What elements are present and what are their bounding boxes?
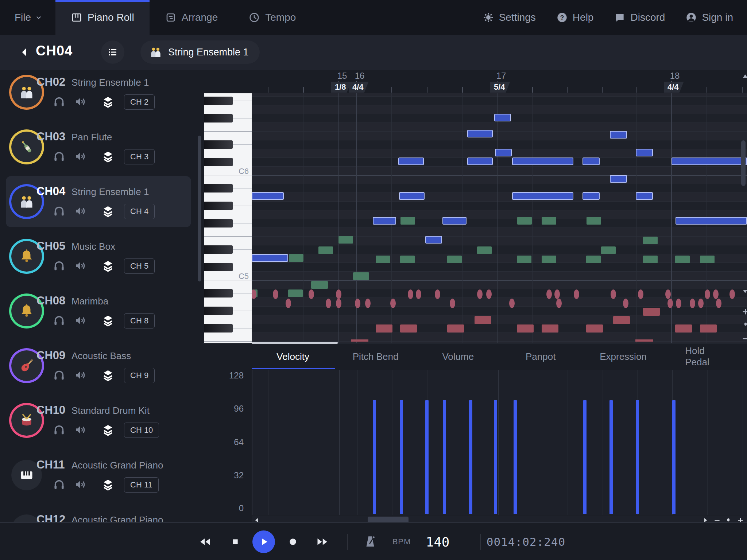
play-button[interactable]: [252, 523, 275, 560]
drum-hit-dot[interactable]: [286, 299, 291, 308]
channel-badge[interactable]: CH 9: [124, 368, 155, 383]
drum-hit-dot[interactable]: [698, 299, 704, 308]
midi-note-selected-track[interactable]: [610, 131, 627, 139]
channel-badge[interactable]: CH 8: [124, 313, 155, 328]
velocity-bar[interactable]: [514, 400, 517, 514]
track-item-ch08[interactable]: CH08MarimbaCH 8: [0, 286, 197, 336]
piano-key-black[interactable]: [204, 307, 233, 315]
velocity-bar[interactable]: [609, 400, 613, 514]
back-button[interactable]: [18, 46, 31, 58]
zoom-reset-vertical-icon[interactable]: [742, 321, 747, 327]
drum-hit-dot[interactable]: [435, 289, 440, 299]
track-item-ch09[interactable]: CH09Acoustic BassCH 9: [0, 341, 197, 390]
midi-note-green[interactable]: [353, 272, 369, 280]
piano-key-black[interactable]: [204, 202, 233, 210]
settings-button[interactable]: Settings: [483, 0, 536, 35]
speaker-icon[interactable]: [74, 423, 87, 436]
speaker-icon[interactable]: [74, 205, 87, 218]
roll-horizontal-scroll-thumb[interactable]: [252, 342, 338, 344]
time-signature-badge[interactable]: 5/4: [490, 82, 510, 93]
layers-icon[interactable]: [101, 259, 115, 272]
drum-hit-dot[interactable]: [309, 289, 314, 299]
midi-note-selected-track[interactable]: [425, 236, 442, 244]
midi-note-green[interactable]: [643, 237, 658, 244]
drum-hit-dot[interactable]: [390, 299, 396, 308]
midi-note-green[interactable]: [517, 217, 532, 225]
velocity-bar[interactable]: [425, 400, 429, 514]
midi-note-green[interactable]: [517, 256, 531, 263]
drum-hit-dot[interactable]: [450, 299, 455, 308]
midi-note-green[interactable]: [700, 256, 715, 263]
speaker-icon[interactable]: [74, 150, 87, 163]
speaker-icon[interactable]: [74, 259, 87, 272]
roll-vertical-scrollbar[interactable]: [741, 140, 746, 186]
velocity-bar[interactable]: [494, 400, 497, 514]
piano-key-black[interactable]: [204, 219, 233, 228]
controller-tab-hold-pedal[interactable]: Hold Pedal: [685, 348, 726, 365]
controller-tab-pitch-bend[interactable]: Pitch Bend: [353, 348, 399, 365]
metronome-button[interactable]: [363, 523, 378, 560]
midi-note-green[interactable]: [338, 236, 353, 244]
midi-note-selected-track[interactable]: [512, 192, 573, 200]
layers-icon[interactable]: [101, 95, 115, 108]
midi-note-selected-track[interactable]: [636, 192, 653, 200]
layers-icon[interactable]: [101, 314, 115, 327]
speaker-icon[interactable]: [74, 478, 87, 491]
drum-hit-dot[interactable]: [336, 289, 341, 299]
drum-hit-dot[interactable]: [554, 289, 560, 299]
midi-note-green[interactable]: [477, 246, 492, 254]
headphones-icon[interactable]: [53, 259, 66, 272]
scroll-down-icon[interactable]: [741, 287, 747, 295]
midi-note-selected-track[interactable]: [398, 158, 424, 165]
rewind-button[interactable]: [198, 523, 212, 560]
midi-note-green[interactable]: [289, 254, 303, 262]
velocity-bar[interactable]: [636, 400, 639, 514]
controller-tab-volume[interactable]: Volume: [442, 348, 474, 365]
drum-note[interactable]: [643, 308, 660, 316]
time-signature-badge[interactable]: 1/8: [331, 82, 351, 93]
drum-hit-dot[interactable]: [273, 289, 278, 299]
midi-note-green[interactable]: [675, 256, 690, 263]
speaker-icon[interactable]: [74, 369, 87, 382]
track-list-button[interactable]: [101, 40, 124, 64]
piano-key-black[interactable]: [204, 289, 233, 298]
track-item-ch04[interactable]: CH04String Ensemble 1CH 4: [0, 177, 197, 226]
midi-note-green[interactable]: [288, 289, 303, 297]
piano-key-black[interactable]: [204, 263, 233, 271]
velocity-bar[interactable]: [469, 400, 472, 514]
drum-hit-dot[interactable]: [623, 299, 628, 308]
controller-tab-panpot[interactable]: Panpot: [526, 348, 556, 365]
piano-key-black[interactable]: [204, 114, 233, 122]
headphones-icon[interactable]: [53, 369, 66, 382]
piano-keyboard[interactable]: C6C5: [204, 93, 252, 343]
controller-tab-velocity[interactable]: Velocity: [276, 348, 309, 365]
midi-note-selected-track[interactable]: [399, 192, 425, 200]
forward-button[interactable]: [316, 523, 329, 560]
midi-note-selected-track[interactable]: [252, 254, 288, 262]
midi-note-selected-track[interactable]: [610, 175, 627, 183]
drum-hit-dot[interactable]: [486, 289, 492, 299]
piano-key-black[interactable]: [204, 97, 233, 105]
track-item-ch12[interactable]: CH12Acoustic Grand PianoCH 12: [0, 505, 197, 522]
midi-note-selected-track[interactable]: [252, 192, 284, 200]
midi-note-selected-track[interactable]: [467, 158, 493, 165]
drum-note[interactable]: [447, 324, 464, 332]
help-button[interactable]: ?Help: [556, 0, 594, 35]
midi-note-green[interactable]: [586, 256, 601, 263]
midi-note-selected-track[interactable]: [671, 158, 747, 165]
midi-note-selected-track[interactable]: [582, 158, 600, 165]
drum-note[interactable]: [542, 324, 558, 332]
track-item-ch02[interactable]: CH02String Ensemble 1CH 2: [0, 70, 197, 117]
layers-icon[interactable]: [101, 423, 115, 436]
midi-note-green[interactable]: [311, 281, 328, 289]
midi-note-green[interactable]: [587, 217, 601, 225]
midi-note-selected-track[interactable]: [494, 114, 511, 121]
velocity-bar[interactable]: [443, 400, 446, 514]
drum-hit-dot[interactable]: [477, 289, 483, 299]
time-signature-badge[interactable]: 4/4: [664, 82, 684, 93]
midi-note-selected-track[interactable]: [582, 192, 600, 200]
drum-hit-dot[interactable]: [509, 299, 515, 308]
velocity-bar[interactable]: [583, 400, 587, 514]
midi-note-green[interactable]: [376, 256, 390, 263]
midi-note-green[interactable]: [601, 246, 616, 254]
